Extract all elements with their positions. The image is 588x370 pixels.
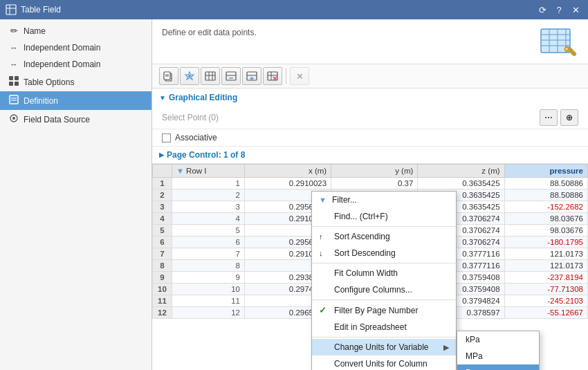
sidebar-label-table-opts: Table Options xyxy=(24,77,74,87)
sidebar-label-field-data: Field Data Source xyxy=(24,115,90,124)
page-control-chevron: ▶ xyxy=(159,151,164,158)
sidebar-item-field-data-source[interactable]: Field Data Source xyxy=(0,110,151,129)
window-title: Table Field xyxy=(21,5,61,15)
associative-checkbox[interactable] xyxy=(162,133,171,142)
ctx-convert-units[interactable]: Convert Units for Column xyxy=(312,355,456,370)
ctx-change-units-label: Change Units for Variable xyxy=(334,342,429,352)
ctx-sort-asc-label: Sort Ascending xyxy=(334,232,390,241)
ctx-filter-page[interactable]: ✓ Filter By Page Number xyxy=(312,302,456,319)
unit-kPa[interactable]: kPa xyxy=(457,331,539,348)
toolbar-btn-close[interactable]: ✕ xyxy=(290,67,309,85)
cell-rowid: 5 xyxy=(172,225,245,237)
toolbar-btn-cross-table[interactable] xyxy=(263,67,282,85)
col-header-y: y (m) xyxy=(331,165,418,178)
cell-rowid: 12 xyxy=(172,307,245,319)
cell-pressure: 121.0173 xyxy=(504,260,587,272)
cell-rownum: 6 xyxy=(153,237,172,248)
main-layout: ✏ Name ↔ Independent Domain ↔ Independen… xyxy=(0,19,588,370)
indep-domain1-icon: ↔ xyxy=(8,44,19,52)
point-dots-btn[interactable]: ⋯ xyxy=(540,109,558,126)
unit-Pa[interactable]: Pa xyxy=(457,364,539,370)
ctx-filter[interactable]: ▼ Filter... xyxy=(312,192,456,208)
table-field-icon xyxy=(6,4,17,15)
ctx-fit-col-label: Fit Column Width xyxy=(334,268,398,278)
ctx-filter-label: Filter... xyxy=(332,195,357,205)
ctx-sort-asc[interactable]: ↑ Sort Ascending xyxy=(312,228,456,245)
close-btn[interactable]: ✕ xyxy=(569,3,582,17)
ctx-sort-desc[interactable]: ↓ Sort Descending xyxy=(312,245,456,261)
cell-pressure: -152.2682 xyxy=(504,201,587,213)
sidebar-label-name: Name xyxy=(24,26,46,36)
title-bar: Table Field ⟳ ? ✕ xyxy=(0,0,588,19)
units-submenu: kPa MPa Pa lbf/in² lbf/ft² bars xyxy=(457,331,540,370)
cell-rowid: 10 xyxy=(172,284,245,295)
top-info: Define or edit data points. xyxy=(152,19,588,64)
toolbar-btn-plus[interactable] xyxy=(242,67,261,85)
table-row[interactable]: 110.29100230.370.363542588.50886 xyxy=(153,178,588,189)
col-header-rowid: ▼ Row I xyxy=(172,165,245,178)
ctx-sep1 xyxy=(312,226,456,227)
sidebar-label-indep1: Independent Domain xyxy=(24,43,100,53)
graphical-editing-header[interactable]: ▼ Graphical Editing xyxy=(152,89,588,107)
cell-rowid: 1 xyxy=(172,178,245,189)
ctx-configure-cols[interactable]: Configure Columns... xyxy=(312,281,456,298)
cell-rownum: 12 xyxy=(153,307,172,319)
select-point-row: Select Point (0) ⋯ ⊕ xyxy=(152,107,588,129)
cell-x: 0.2910023 xyxy=(244,178,331,189)
filter-funnel-icon: ▼ xyxy=(319,196,327,204)
sidebar-item-indep-domain1[interactable]: ↔ Independent Domain xyxy=(0,39,151,56)
help-icon-btn[interactable]: ⟳ xyxy=(535,3,549,17)
cell-rownum: 11 xyxy=(153,295,172,307)
ctx-change-units[interactable]: Change Units for Variable ▶ xyxy=(312,339,456,355)
cell-rowid: 11 xyxy=(172,295,245,307)
question-btn[interactable]: ? xyxy=(552,3,566,17)
sidebar-item-table-options[interactable]: Table Options xyxy=(0,73,151,91)
ctx-edit-spreadsheet[interactable]: Edit in Spreadsheet xyxy=(312,319,456,335)
sidebar-item-name[interactable]: ✏ Name xyxy=(0,22,151,39)
unit-MPa[interactable]: MPa xyxy=(457,348,539,364)
cell-rownum: 4 xyxy=(153,213,172,225)
sidebar-item-indep-domain2[interactable]: ↔ Independent Domain xyxy=(0,56,151,73)
cell-rowid: 7 xyxy=(172,248,245,260)
svg-rect-29 xyxy=(226,72,236,80)
assoc-label: Associative xyxy=(175,133,217,142)
context-menu: ▼ Filter... Find... (Ctrl+F) ↑ Sort Asce… xyxy=(311,191,457,370)
svg-point-11 xyxy=(12,117,15,120)
svg-rect-25 xyxy=(205,72,215,80)
cell-pressure: -245.2103 xyxy=(504,295,587,307)
cell-pressure: 98.03676 xyxy=(504,213,587,225)
sidebar-item-definition[interactable]: Definition xyxy=(0,91,151,110)
svg-rect-0 xyxy=(6,5,16,15)
cell-rowid: 4 xyxy=(172,213,245,225)
ctx-fit-col[interactable]: Fit Column Width xyxy=(312,265,456,281)
cell-rowid: 6 xyxy=(172,237,245,248)
cell-y: 0.37 xyxy=(331,178,418,189)
ctx-convert-units-label: Convert Units for Column xyxy=(334,359,428,369)
cell-rowid: 9 xyxy=(172,272,245,284)
top-info-text: Define or edit data points. xyxy=(162,26,257,37)
sort-desc-icon: ↓ xyxy=(319,249,329,257)
page-control: ▶ Page Control: 1 of 8 xyxy=(152,147,588,164)
toolbar-btn-table[interactable] xyxy=(201,67,220,85)
filter-icon: ▼ xyxy=(176,167,184,175)
cell-rownum: 2 xyxy=(153,189,172,201)
toolbar-btn-minus[interactable] xyxy=(221,67,241,85)
cell-rowid: 8 xyxy=(172,260,245,272)
sidebar: ✏ Name ↔ Independent Domain ↔ Independen… xyxy=(0,19,152,370)
sidebar-label-indep2: Independent Domain xyxy=(24,59,100,69)
submenu-arrow-icon: ▶ xyxy=(443,343,449,352)
point-crosshair-btn[interactable]: ⊕ xyxy=(560,109,578,126)
toolbar-btn-copy[interactable] xyxy=(159,67,178,85)
svg-point-19 xyxy=(565,48,568,50)
ctx-find[interactable]: Find... (Ctrl+F) xyxy=(312,208,456,225)
field-data-source-icon xyxy=(8,113,19,125)
ctx-find-label: Find... (Ctrl+F) xyxy=(334,212,388,221)
section-chevron-icon: ▼ xyxy=(159,94,166,102)
table-options-icon xyxy=(8,76,19,88)
toolbar-btn-star[interactable] xyxy=(180,67,199,85)
svg-rect-7 xyxy=(10,95,18,104)
col-header-x: x (m) xyxy=(244,165,331,178)
svg-rect-3 xyxy=(9,76,13,80)
ctx-sep3 xyxy=(312,299,456,300)
cell-pressure: -77.71308 xyxy=(504,284,587,295)
